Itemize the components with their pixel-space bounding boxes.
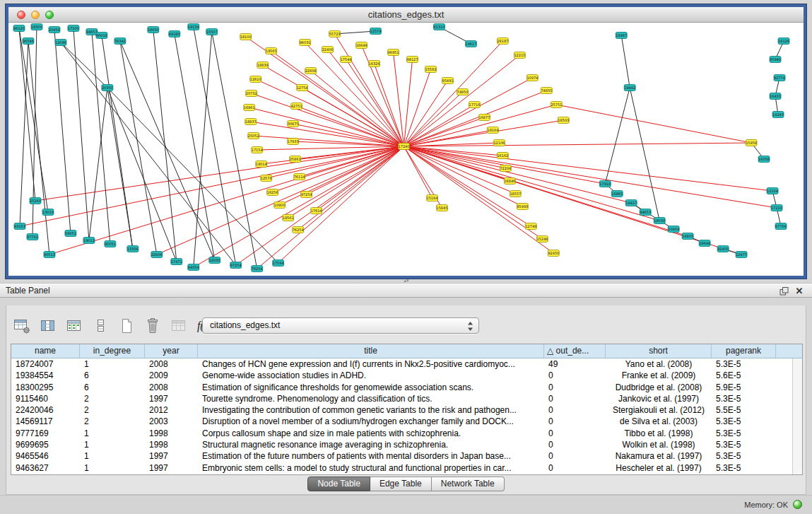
graph-node[interactable]: 74850 — [541, 88, 552, 94]
table-import-button[interactable] — [64, 316, 84, 336]
graph-node[interactable]: 12754 — [297, 85, 308, 91]
table-row[interactable]: 946554611997Estimation of the future num… — [11, 450, 802, 462]
graph-node[interactable]: 22606 — [151, 252, 163, 258]
graph-node[interactable]: 76342 — [114, 38, 126, 45]
graph-node[interactable]: 97791 — [27, 234, 38, 240]
graph-node[interactable]: 19565 — [266, 48, 277, 54]
graph-node[interactable]: 10974 — [526, 75, 538, 81]
graph-node[interactable]: 96951 — [388, 49, 399, 56]
graph-node[interactable]: 17594 — [273, 260, 284, 267]
graph-node[interactable]: 16162 — [497, 153, 508, 159]
close-panel-button[interactable]: ✕ — [794, 286, 805, 296]
graph-node[interactable]: 76254 — [293, 227, 304, 233]
graph-node[interactable]: 10900 — [274, 202, 286, 209]
graph-node[interactable]: 15958 — [746, 140, 757, 146]
graph-node[interactable]: 15184 — [426, 195, 437, 201]
graph-node[interactable]: 15248 — [536, 236, 548, 243]
graph-node[interactable]: 93153 — [14, 223, 25, 230]
graph-node[interactable]: 16846 — [504, 178, 515, 185]
table-row[interactable]: 1938455462009Genome-wide association stu… — [11, 370, 802, 381]
graph-node[interactable]: 16961 — [244, 105, 255, 111]
graph-node[interactable]: 22400 — [322, 47, 334, 53]
tab-network-table[interactable]: Network Table — [432, 477, 505, 491]
row-height-button[interactable] — [90, 316, 110, 336]
graph-node[interactable]: 76114 — [294, 174, 305, 180]
graph-node[interactable]: 92450 — [548, 250, 559, 257]
graph-node[interactable]: 16805 — [682, 233, 693, 240]
window-titlebar[interactable]: citations_edges.txt — [8, 7, 804, 23]
column-header-out_degree[interactable]: △ out_de... — [544, 344, 606, 358]
graph-node[interactable]: 44180 — [169, 31, 180, 37]
graph-node[interactable]: 92450 — [717, 246, 729, 252]
graph-node[interactable]: 16326 — [369, 61, 380, 67]
graph-node[interactable]: 17614 — [311, 208, 322, 214]
graph-node[interactable]: 18030 — [654, 218, 665, 224]
graph-node[interactable]: 12106 — [493, 140, 505, 146]
graph-node[interactable]: 81310 — [433, 24, 445, 30]
minimize-window-button[interactable] — [31, 11, 40, 19]
graph-node[interactable]: 18557 — [510, 191, 521, 197]
graph-node[interactable]: 18561 — [283, 215, 294, 221]
column-header-in_degree[interactable]: in_degree — [80, 344, 145, 358]
graph-node[interactable]: 16865 — [611, 191, 623, 197]
graph-node[interactable]: 19442 — [624, 85, 635, 91]
graph-node[interactable]: 17471 — [171, 259, 182, 265]
graph-node[interactable]: 17154 — [252, 147, 263, 153]
graph-node[interactable]: 25260 — [30, 198, 41, 204]
table-row[interactable]: 946362711997Embryonic stem cells: a mode… — [11, 462, 802, 474]
graph-node[interactable]: 12046 — [55, 40, 66, 46]
graph-node[interactable]: 19139 — [188, 24, 199, 30]
graph-node[interactable]: 18300 — [31, 24, 42, 30]
column-header-name[interactable]: name — [11, 344, 80, 358]
graph-node[interactable]: 17210 — [771, 205, 782, 211]
column-header-title[interactable]: title — [198, 344, 544, 358]
graph-node[interactable]: 19014 — [256, 161, 267, 168]
graph-node[interactable]: 17544 — [341, 57, 352, 63]
new-document-button[interactable] — [117, 316, 136, 336]
zoom-window-button[interactable] — [45, 11, 54, 19]
graph-node[interactable]: 74850 — [457, 89, 468, 95]
graph-node[interactable]: 95491 — [442, 78, 453, 84]
graph-node[interactable]: 18839 — [257, 62, 269, 69]
graph-node[interactable]: 18650 — [148, 27, 159, 33]
graph-node[interactable]: 17933 — [288, 139, 299, 145]
graph-node[interactable]: 18837 — [245, 119, 257, 125]
graph-node[interactable]: 16058 — [758, 156, 770, 163]
graph-node[interactable]: 72204 — [500, 165, 511, 172]
graph-node[interactable]: 12578 — [261, 175, 272, 182]
tab-edge-table[interactable]: Edge Table — [370, 477, 432, 491]
graph-node[interactable]: 20732 — [246, 90, 257, 97]
graph-node[interactable]: 13019 — [42, 209, 54, 216]
table-row[interactable]: 1872400712008Changes of HCN gene express… — [11, 358, 802, 370]
graph-node[interactable]: 95051 — [105, 241, 116, 247]
table-vertical-scrollbar[interactable] — [792, 358, 802, 474]
graph-node[interactable]: 19617 — [465, 41, 476, 47]
graph-node[interactable]: 12104 — [767, 188, 778, 194]
graph-node[interactable]: 97254 — [301, 192, 312, 198]
graph-node[interactable]: 12610 — [250, 76, 261, 83]
close-window-button[interactable] — [17, 11, 25, 19]
graph-node[interactable]: 55723 — [329, 31, 341, 37]
graph-node[interactable]: 17240 — [399, 144, 410, 150]
graph-node[interactable]: 18503 — [558, 117, 569, 124]
graph-node[interactable]: 96120 — [13, 25, 25, 32]
graph-node[interactable]: 17918 — [599, 181, 611, 187]
graph-node[interactable]: 20458 — [49, 27, 60, 33]
graph-node[interactable]: 96546 — [23, 38, 34, 45]
graph-node[interactable]: 90513 — [44, 252, 55, 258]
graph-node[interactable]: 20350 — [102, 85, 113, 91]
graph-node[interactable]: 18427 — [625, 200, 637, 206]
graph-node[interactable]: 12574 — [370, 28, 382, 35]
graph-node[interactable]: 92774 — [774, 75, 785, 81]
graph-node[interactable]: 25861 — [290, 156, 301, 163]
column-header-short[interactable]: short — [606, 344, 712, 358]
table-row[interactable]: 977716911998Corpus callosum shape and si… — [11, 428, 802, 439]
table-row[interactable]: 969969511998Structural magnetic resonanc… — [11, 439, 802, 450]
graph-node[interactable]: 18030 — [209, 257, 220, 264]
graph-node[interactable]: 18487 — [616, 33, 627, 39]
graph-node[interactable]: 16649 — [356, 42, 367, 49]
graph-node[interactable]: 16877 — [478, 115, 490, 121]
graph-node[interactable]: 17716 — [469, 102, 480, 108]
graph-node[interactable]: 25751 — [551, 102, 562, 108]
float-panel-button[interactable] — [778, 286, 789, 296]
